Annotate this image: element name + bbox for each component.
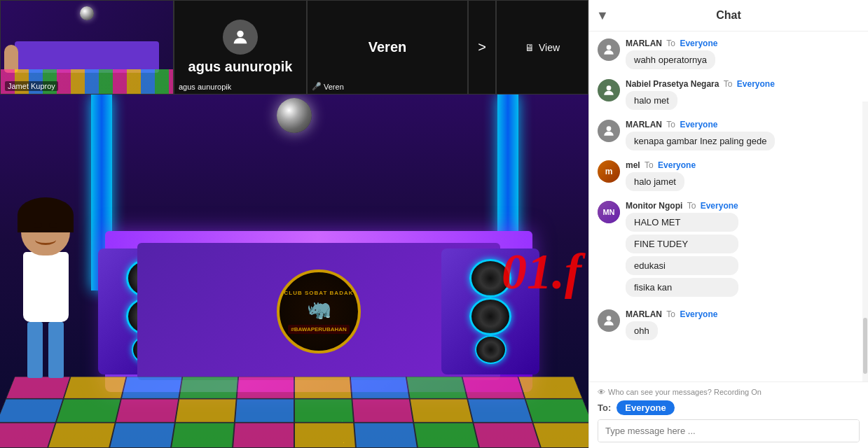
msg6-to: To [666, 309, 675, 319]
chat-message-1: MARLAN To Everyone wahh operatornya [598, 38, 860, 69]
main-video-area: Jamet Kuproy agus aunuropik agus aunurop… [0, 0, 588, 448]
character-legs [27, 322, 64, 378]
arrow-icon: > [478, 39, 486, 55]
logo-top-text: CLUB SOBAT BADAK [284, 290, 354, 296]
view-button[interactable]: 🖥 View [496, 0, 588, 94]
floor-tile [462, 377, 525, 399]
thumb-disco-ball [80, 6, 94, 20]
msg6-sender: MARLAN To Everyone [626, 309, 717, 319]
floor-tile [413, 423, 479, 448]
floor-tile [532, 423, 588, 448]
floor-tile [237, 377, 294, 399]
disco-ball [277, 98, 312, 133]
who-sees-text: Who can see your messages? Recording On [608, 388, 762, 396]
participant-tile-jamet[interactable]: Jamet Kuproy [0, 0, 174, 94]
thumb-dj-booth [15, 41, 159, 73]
msg2-content: Nabiel Prasetya Negara To Everyone halo … [626, 79, 775, 110]
msg2-recipient: Everyone [737, 79, 775, 89]
msg2-bubble: halo met [626, 91, 677, 110]
monitor-ngopi-avatar: MN [598, 201, 620, 223]
msg5-sender: Monitor Ngopi To Everyone [626, 201, 738, 211]
msg5-bubble-1: HALO MET [626, 213, 738, 232]
msg6-bubble: ohh [626, 321, 658, 340]
character-leg-left [27, 322, 43, 378]
chat-title: Chat [716, 9, 741, 22]
veren-name: Veren [368, 39, 406, 55]
chat-message-4: m mel To Everyone halo jamet [598, 160, 860, 191]
chat-message-3: MARLAN To Everyone kenapa gambar Inez pa… [598, 120, 860, 150]
floor-tile [294, 423, 356, 448]
floor-tile [116, 399, 179, 423]
mic-muted-icon: 🎤 [312, 82, 322, 91]
floor-tile [467, 399, 532, 423]
msg1-to: To [666, 38, 675, 48]
msg2-to: To [724, 79, 733, 89]
msg3-content: MARLAN To Everyone kenapa gambar Inez pa… [626, 120, 775, 150]
floor-tile [294, 377, 352, 399]
eye-icon: 👁 [598, 388, 605, 396]
jamet-tile-label: Jamet Kuproy [5, 81, 58, 91]
msg1-bubble: wahh operatornya [626, 50, 715, 69]
floor-tile [350, 377, 410, 399]
mel-avatar: m [598, 160, 620, 183]
agus-avatar [223, 20, 258, 55]
veren-label: 🎤 Veren [312, 82, 344, 91]
svg-point-4 [607, 316, 612, 321]
msg5-content: Monitor Ngopi To Everyone HALO MET FINE … [626, 201, 738, 300]
chat-input[interactable] [598, 420, 859, 442]
dj-booth: CLUB SOBAT BADAK 🦏 #BAWAPERUBAHAN [105, 231, 532, 392]
msg5-bubble-4: fisika kan [626, 278, 738, 297]
monitor-icon: 🖥 [525, 42, 535, 53]
who-sees-message: 👁 Who can see your messages? Recording O… [598, 388, 860, 396]
character-body [23, 252, 69, 322]
floor-tile [473, 423, 541, 448]
watermark: 01.f [502, 242, 581, 300]
msg3-recipient: Everyone [680, 120, 717, 130]
msg4-recipient: Everyone [658, 160, 696, 170]
character-head [21, 203, 70, 255]
msg1-content: MARLAN To Everyone wahh operatornya [626, 38, 717, 69]
msg5-bubble-3: edukasi [626, 256, 738, 275]
msg6-recipient: Everyone [680, 309, 717, 319]
floor-tile [233, 423, 294, 448]
floor-tile [235, 399, 294, 423]
msg5-name: Monitor Ngopi [626, 201, 682, 211]
floor-tile [175, 399, 237, 423]
msg2-sender: Nabiel Prasetya Negara To Everyone [626, 79, 775, 89]
next-participants-button[interactable]: > [468, 0, 496, 94]
msg5-bubbles: HALO MET FINE TUDEY edukasi fisika kan [626, 213, 738, 297]
view-label: View [539, 42, 560, 53]
floor-tile [294, 399, 354, 423]
floor-tile [525, 399, 588, 423]
marlan-avatar-2 [598, 120, 620, 142]
msg1-name: MARLAN [626, 38, 662, 48]
msg3-bubble: kenapa gambar Inez paling gede [626, 132, 775, 150]
chat-header: ▼ Chat [589, 0, 868, 31]
msg5-to: To [687, 201, 696, 211]
participant-tile-agus[interactable]: agus aunuropik agus aunuropik [174, 0, 307, 94]
chat-messages-container[interactable]: MARLAN To Everyone wahh operatornya Nabi… [589, 31, 868, 382]
participant-tile-veren[interactable]: Veren 🎤 Veren [307, 0, 468, 94]
chat-message-2: Nabiel Prasetya Negara To Everyone halo … [598, 79, 860, 110]
floor-tile [518, 377, 583, 399]
floor-tile [410, 399, 474, 423]
floor-tile [354, 423, 418, 448]
msg5-recipient: Everyone [701, 201, 738, 211]
club-logo: CLUB SOBAT BADAK 🦏 #BAWAPERUBAHAN [277, 270, 361, 354]
dance-floor [0, 377, 588, 448]
scrollbar-track[interactable] [862, 102, 868, 382]
msg3-to: To [666, 120, 675, 130]
chat-to-row: To: Everyone [598, 400, 860, 415]
msg1-sender: MARLAN To Everyone [626, 38, 717, 48]
chat-collapse-button[interactable]: ▼ [596, 8, 609, 23]
scrollbar-thumb[interactable] [863, 318, 867, 374]
chat-message-6: MARLAN To Everyone ohh [598, 309, 860, 340]
msg4-bubble: halo jamet [626, 172, 684, 191]
marlan-avatar-1 [598, 38, 620, 61]
everyone-button[interactable]: Everyone [616, 400, 675, 415]
character-leg-right [48, 322, 64, 378]
floor-tile [109, 423, 175, 448]
msg3-sender: MARLAN To Everyone [626, 120, 775, 130]
virtual-character [7, 203, 84, 406]
virtual-background-scene: CLUB SOBAT BADAK 🦏 #BAWAPERUBAHAN [0, 94, 588, 448]
